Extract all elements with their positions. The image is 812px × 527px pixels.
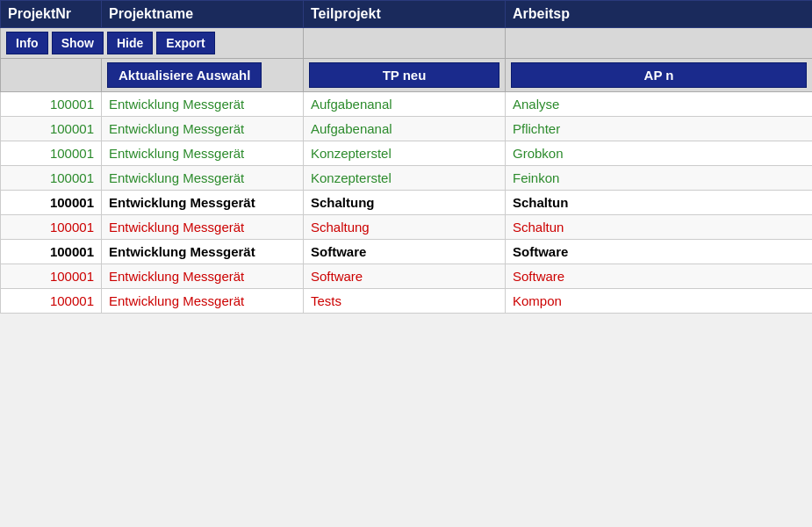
cell-projektnr: 100001 xyxy=(1,215,102,240)
hide-button[interactable]: Hide xyxy=(107,32,153,54)
cell-projektname: Entwicklung Messgerät xyxy=(102,191,304,215)
ap-neu-button[interactable]: AP n xyxy=(511,62,807,88)
table-row[interactable]: 100001Entwicklung MessgerätSchaltungScha… xyxy=(1,215,813,240)
cell-teilprojekt: Aufgabenanal xyxy=(304,92,506,117)
cell-teilprojekt: Schaltung xyxy=(304,191,506,215)
table-row[interactable]: 100001Entwicklung MessgerätTestsKompon xyxy=(1,289,813,314)
table-row[interactable]: 100001Entwicklung MessgerätAufgabenanalP… xyxy=(1,117,813,141)
cell-teilprojekt: Aufgabenanal xyxy=(304,117,506,141)
cell-projektname: Entwicklung Messgerät xyxy=(102,92,304,117)
col-header-teilprojekt: Teilprojekt xyxy=(304,1,506,28)
cell-arbeitspaket: Grobkon xyxy=(506,141,813,166)
toolbar-cell: Info Show Hide Export xyxy=(1,28,304,59)
cell-projektname: Entwicklung Messgerät xyxy=(102,240,304,264)
toolbar-cell-ap xyxy=(506,28,813,59)
table-row[interactable]: 100001Entwicklung MessgerätAufgabenanalA… xyxy=(1,92,813,117)
cell-arbeitspaket: Schaltun xyxy=(506,215,813,240)
table-row[interactable]: 100001Entwicklung MessgerätKonzepterstel… xyxy=(1,166,813,191)
cell-arbeitspaket: Pflichter xyxy=(506,117,813,141)
cell-teilprojekt: Software xyxy=(304,240,506,264)
cell-arbeitspaket: Schaltun xyxy=(506,191,813,215)
col-header-projektname: Projektname xyxy=(102,1,304,28)
tp-neu-button[interactable]: TP neu xyxy=(309,62,499,88)
cell-projektnr: 100001 xyxy=(1,166,102,191)
cell-projektname: Entwicklung Messgerät xyxy=(102,166,304,191)
cell-teilprojekt: Software xyxy=(304,264,506,289)
ap-neu-cell: AP n xyxy=(506,59,813,92)
cell-projektnr: 100001 xyxy=(1,141,102,166)
col-header-arbeitsp: Arbeitsp xyxy=(506,1,813,28)
cell-teilprojekt: Konzepterstel xyxy=(304,141,506,166)
cell-projektnr: 100001 xyxy=(1,92,102,117)
cell-projektname: Entwicklung Messgerät xyxy=(102,141,304,166)
cell-projektname: Entwicklung Messgerät xyxy=(102,289,304,314)
table-row[interactable]: 100001Entwicklung MessgerätKonzepterstel… xyxy=(1,141,813,166)
cell-teilprojekt: Schaltung xyxy=(304,215,506,240)
cell-projektnr: 100001 xyxy=(1,264,102,289)
show-button[interactable]: Show xyxy=(52,32,104,54)
cell-arbeitspaket: Analyse xyxy=(506,92,813,117)
table-row[interactable]: 100001Entwicklung MessgerätSoftwareSoftw… xyxy=(1,264,813,289)
cell-projektname: Entwicklung Messgerät xyxy=(102,215,304,240)
cell-teilprojekt: Tests xyxy=(304,289,506,314)
main-table-container: ProjektNr Projektname Teilprojekt Arbeit… xyxy=(0,0,812,527)
export-button[interactable]: Export xyxy=(156,32,214,54)
table-row[interactable]: 100001Entwicklung MessgerätSoftwareSoftw… xyxy=(1,240,813,264)
column-header-row: ProjektNr Projektname Teilprojekt Arbeit… xyxy=(1,1,813,28)
info-button[interactable]: Info xyxy=(6,32,48,54)
cell-projektnr: 100001 xyxy=(1,191,102,215)
cell-arbeitspaket: Kompon xyxy=(506,289,813,314)
action-row: Aktualisiere Auswahl TP neu AP n xyxy=(1,59,813,92)
col-header-projektnr: ProjektNr xyxy=(1,1,102,28)
cell-projektnr: 100001 xyxy=(1,117,102,141)
toolbar-cell-tp xyxy=(304,28,506,59)
toolbar-buttons-group: Info Show Hide Export xyxy=(6,32,298,54)
aktualisiere-button[interactable]: Aktualisiere Auswahl xyxy=(107,62,262,88)
cell-projektname: Entwicklung Messgerät xyxy=(102,264,304,289)
toolbar-row: Info Show Hide Export xyxy=(1,28,813,59)
action-empty-cell xyxy=(1,59,102,92)
cell-arbeitspaket: Software xyxy=(506,240,813,264)
cell-arbeitspaket: Software xyxy=(506,264,813,289)
table-row[interactable]: 100001Entwicklung MessgerätSchaltungScha… xyxy=(1,191,813,215)
tp-neu-cell: TP neu xyxy=(304,59,506,92)
cell-projektname: Entwicklung Messgerät xyxy=(102,117,304,141)
cell-teilprojekt: Konzepterstel xyxy=(304,166,506,191)
cell-projektnr: 100001 xyxy=(1,289,102,314)
cell-projektnr: 100001 xyxy=(1,240,102,264)
cell-arbeitspaket: Feinkon xyxy=(506,166,813,191)
aktualisiere-cell: Aktualisiere Auswahl xyxy=(102,59,304,92)
